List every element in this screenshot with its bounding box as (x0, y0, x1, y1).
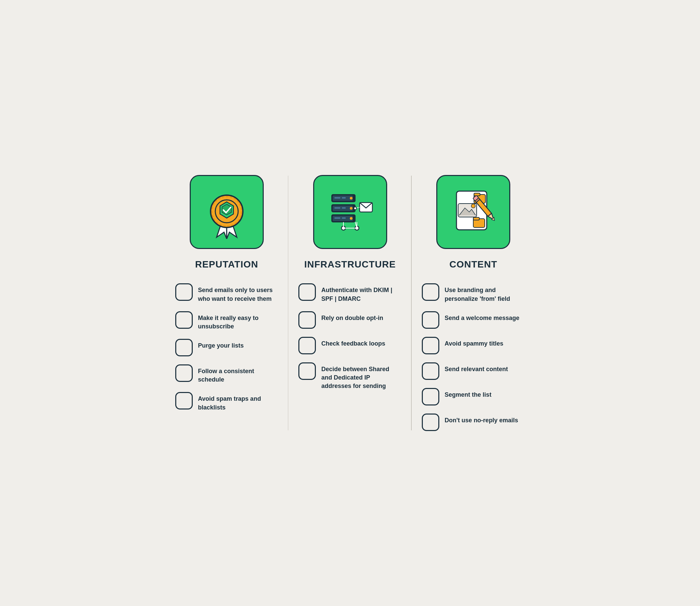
svg-rect-37 (473, 217, 479, 220)
checkbox[interactable] (298, 311, 316, 329)
checklist-label: Decide between Shared and Dedicated IP a… (321, 363, 402, 391)
svg-rect-20 (334, 217, 340, 219)
svg-rect-21 (342, 217, 346, 219)
list-item: Decide between Shared and Dedicated IP a… (298, 363, 402, 391)
infrastructure-column: INFRASTRUCTURE Authenticate with DKIM | … (288, 162, 412, 444)
list-item: Purge your lists (175, 339, 279, 356)
list-item: Send emails only to users who want to re… (175, 283, 279, 303)
checkbox[interactable] (175, 392, 193, 410)
medal-icon (200, 185, 254, 239)
checklist-label: Purge your lists (198, 339, 244, 350)
svg-rect-10 (334, 197, 340, 199)
checkbox[interactable] (422, 337, 439, 354)
checklist-label: Follow a consistent schedule (198, 365, 279, 384)
checkbox[interactable] (175, 311, 193, 329)
server-icon (323, 185, 377, 239)
list-item: Avoid spammy titles (422, 337, 525, 354)
checklist-label: Make it really easy to unsubscribe (198, 311, 279, 331)
checkbox[interactable] (175, 283, 193, 301)
checklist-label: Use branding and personalize 'from' fiel… (445, 283, 525, 303)
checklist-label: Segment the list (445, 388, 491, 399)
svg-point-14 (350, 207, 353, 210)
checklist-label: Send a welcome message (445, 311, 520, 322)
svg-rect-11 (342, 197, 346, 199)
list-item: Follow a consistent schedule (175, 365, 279, 384)
list-item: Make it really easy to unsubscribe (175, 311, 279, 331)
checklist-label: Avoid spam traps and blacklists (198, 392, 279, 412)
checkbox[interactable] (422, 414, 439, 431)
svg-point-35 (471, 204, 475, 208)
checklist-label: Rely on double opt-in (321, 311, 383, 322)
checklist-label: Authenticate with DKIM | SPF | DMARC (321, 283, 402, 303)
checkbox[interactable] (175, 339, 193, 356)
list-item: Send relevant content (422, 363, 525, 380)
svg-rect-33 (474, 193, 480, 196)
list-item: Authenticate with DKIM | SPF | DMARC (298, 283, 402, 303)
list-item: Use branding and personalize 'from' fiel… (422, 283, 525, 303)
reputation-column: REPUTATION Send emails only to users who… (165, 162, 289, 444)
checkbox[interactable] (422, 283, 439, 301)
checkbox[interactable] (175, 365, 193, 382)
list-item: Send a welcome message (422, 311, 525, 329)
svg-rect-16 (342, 207, 346, 209)
checkbox[interactable] (298, 283, 316, 301)
checkbox[interactable] (422, 363, 439, 380)
document-icon (446, 185, 500, 239)
list-item: Avoid spam traps and blacklists (175, 392, 279, 412)
content-icon-box (436, 175, 510, 249)
infrastructure-title: INFRASTRUCTURE (304, 259, 395, 270)
svg-point-24 (354, 207, 357, 210)
checklist-label: Avoid spammy titles (445, 337, 503, 348)
checkbox[interactable] (298, 337, 316, 354)
infrastructure-checklist: Authenticate with DKIM | SPF | DMARC Rel… (298, 283, 402, 390)
content-title: CONTENT (450, 259, 497, 270)
reputation-title: REPUTATION (195, 259, 258, 270)
svg-point-19 (350, 217, 353, 220)
checkbox[interactable] (298, 363, 316, 380)
checklist-label: Don't use no-reply emails (445, 414, 518, 425)
list-item: Rely on double opt-in (298, 311, 402, 329)
content-checklist: Use branding and personalize 'from' fiel… (422, 283, 525, 431)
reputation-icon-box (190, 175, 264, 249)
main-container: REPUTATION Send emails only to users who… (165, 162, 535, 444)
checkbox[interactable] (422, 311, 439, 329)
content-column: CONTENT Use branding and personalize 'fr… (412, 162, 535, 444)
checkbox[interactable] (422, 388, 439, 405)
checklist-label: Send emails only to users who want to re… (198, 283, 279, 303)
checklist-label: Check feedback loops (321, 337, 385, 348)
infrastructure-icon-box (313, 175, 387, 249)
checklist-label: Send relevant content (445, 363, 508, 373)
reputation-checklist: Send emails only to users who want to re… (175, 283, 279, 412)
svg-rect-15 (334, 207, 340, 209)
list-item: Don't use no-reply emails (422, 414, 525, 431)
svg-point-9 (350, 197, 353, 200)
list-item: Check feedback loops (298, 337, 402, 354)
list-item: Segment the list (422, 388, 525, 405)
